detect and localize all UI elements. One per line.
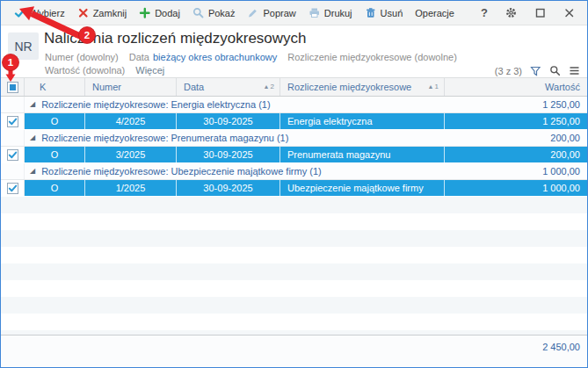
row-checkbox[interactable] bbox=[1, 113, 25, 129]
list-search-icon[interactable] bbox=[549, 65, 561, 76]
filter-wartosc[interactable]: Wartość (dowolna) bbox=[45, 65, 125, 76]
cell-numer: 3/2025 bbox=[85, 147, 177, 162]
column-header-k-label: K bbox=[40, 82, 46, 92]
sort-order-number: 1 bbox=[435, 83, 439, 90]
group-label: Rozliczenie międzyokresowe: Ubezpieczeni… bbox=[41, 166, 322, 177]
group-row-prenumerata[interactable]: ◢ Rozliczenie międzyokresowe: Prenumerat… bbox=[1, 130, 587, 147]
filter-funnel-icon[interactable] bbox=[530, 66, 541, 76]
app-window: Wybierz Zamknij Dodaj Pokaż Popraw Druku… bbox=[0, 0, 588, 368]
column-header-rozliczenie[interactable]: Rozliczenie międzyokresowe ▲1 bbox=[280, 78, 445, 96]
delete-button[interactable]: Usuń bbox=[359, 4, 410, 22]
cell-rozliczenie: Energia elektryczna bbox=[280, 113, 445, 129]
group-value: 1 250,00 bbox=[542, 99, 587, 110]
select-all-checkbox-box bbox=[7, 82, 18, 93]
cell-rozliczenie: Prenumerata magazynu bbox=[280, 147, 445, 162]
edit-button-label: Popraw bbox=[263, 8, 295, 18]
group-value: 1 000,00 bbox=[542, 166, 587, 177]
grid-body: ◢ Rozliczenie międzyokresowe: Energia el… bbox=[1, 97, 587, 197]
menu-icon[interactable] bbox=[569, 65, 580, 76]
filter-data[interactable]: Databieżący okres obrachunkowy bbox=[129, 52, 278, 62]
collapse-icon[interactable]: ◢ bbox=[30, 101, 35, 108]
window-controls: ? bbox=[481, 6, 580, 19]
cell-wartosc: 200,00 bbox=[445, 147, 587, 162]
close-list-button[interactable]: Zamknij bbox=[71, 4, 134, 22]
cell-numer: 4/2025 bbox=[85, 113, 177, 129]
edit-button[interactable]: Popraw bbox=[241, 4, 301, 22]
column-header-numer[interactable]: Numer bbox=[85, 78, 177, 96]
select-button[interactable]: Wybierz bbox=[8, 4, 71, 22]
total-value: 2 450,00 bbox=[542, 342, 580, 352]
cell-k: O bbox=[25, 147, 85, 162]
sort-indicator-rozliczenie: ▲1 bbox=[428, 83, 439, 90]
cell-k: O bbox=[25, 180, 85, 196]
select-button-label: Wybierz bbox=[30, 8, 65, 18]
printer-icon bbox=[309, 7, 320, 18]
checkbox-checked-icon bbox=[7, 116, 18, 127]
group-label: Rozliczenie międzyokresowe: Prenumerata … bbox=[41, 133, 288, 143]
cell-k: O bbox=[25, 113, 85, 129]
column-header-data[interactable]: Data ▲2 bbox=[177, 78, 280, 96]
cell-data: 30-09-2025 bbox=[177, 147, 280, 162]
delete-button-label: Usuń bbox=[381, 8, 403, 18]
filter-data-label: Data bbox=[129, 52, 149, 62]
column-header-data-label: Data bbox=[184, 82, 204, 92]
record-counter: (3 z 3) bbox=[495, 66, 522, 76]
filter-rozliczenie[interactable]: Rozliczenie międzyokresowe (dowolne) bbox=[287, 52, 457, 62]
table-row[interactable]: O 1/2025 30-09-2025 Ubezpieczenie majątk… bbox=[1, 180, 587, 197]
column-header-wartosc-label: Wartość bbox=[545, 82, 580, 92]
filter-data-value[interactable]: bieżący okres obrachunkowy bbox=[153, 52, 277, 62]
column-header-wartosc[interactable]: Wartość bbox=[445, 78, 587, 96]
grid-header: K Numer Data ▲2 Rozliczenie międzyokreso… bbox=[1, 77, 587, 97]
column-header-k[interactable]: K bbox=[25, 78, 85, 96]
cell-rozliczenie: Ubezpieczenie majątkowe firmy bbox=[280, 180, 445, 196]
grid-footer: 2 450,00 bbox=[1, 335, 587, 367]
print-button[interactable]: Drukuj bbox=[302, 4, 359, 22]
list-tools: (3 z 3) bbox=[495, 65, 580, 76]
group-check-cell bbox=[1, 163, 25, 179]
add-button[interactable]: Dodaj bbox=[133, 4, 186, 22]
help-button[interactable]: ? bbox=[481, 6, 488, 19]
print-button-label: Drukuj bbox=[324, 8, 352, 18]
empty-rows-area bbox=[1, 197, 587, 335]
row-checkbox[interactable] bbox=[1, 147, 25, 162]
entity-badge: NR bbox=[8, 32, 39, 60]
table-row[interactable]: O 4/2025 30-09-2025 Energia elektryczna … bbox=[1, 113, 587, 130]
cell-wartosc: 1 250,00 bbox=[445, 113, 587, 129]
trash-icon bbox=[365, 7, 376, 18]
collapse-icon[interactable]: ◢ bbox=[30, 134, 35, 141]
cell-data: 30-09-2025 bbox=[177, 180, 280, 196]
close-window-icon[interactable] bbox=[563, 7, 575, 18]
column-header-rozliczenie-label: Rozliczenie międzyokresowe bbox=[287, 82, 411, 92]
group-row-ubezpieczenie[interactable]: ◢ Rozliczenie międzyokresowe: Ubezpiecze… bbox=[1, 163, 587, 180]
row-checkbox[interactable] bbox=[1, 180, 25, 196]
group-check-cell bbox=[1, 97, 25, 112]
operations-button[interactable]: Operacje bbox=[409, 4, 461, 22]
select-all-checkbox[interactable] bbox=[1, 78, 25, 96]
page-title: Naliczenia rozliczeń międzyokresowych bbox=[44, 30, 307, 47]
checkbox-checked-icon bbox=[7, 149, 18, 161]
show-button[interactable]: Pokaż bbox=[186, 4, 242, 22]
cell-data: 30-09-2025 bbox=[177, 113, 280, 129]
table-row[interactable]: O 3/2025 30-09-2025 Prenumerata magazynu… bbox=[1, 147, 587, 163]
group-check-cell bbox=[1, 130, 25, 146]
filter-numer[interactable]: Numer (dowolny) bbox=[45, 52, 119, 62]
filter-bar-row2: Wartość (dowolna) Więcej bbox=[45, 65, 164, 76]
checkbox-checked-icon bbox=[7, 183, 18, 194]
gear-icon[interactable] bbox=[505, 7, 517, 18]
sort-arrow-icon: ▲ bbox=[428, 83, 434, 90]
cell-wartosc: 1 000,00 bbox=[445, 180, 587, 196]
sort-order-number: 2 bbox=[271, 83, 274, 90]
group-value: 200,00 bbox=[550, 133, 587, 143]
filter-bar-row1: Numer (dowolny) Databieżący okres obrach… bbox=[45, 52, 457, 62]
group-row-energia[interactable]: ◢ Rozliczenie międzyokresowe: Energia el… bbox=[1, 97, 587, 113]
collapse-icon[interactable]: ◢ bbox=[30, 168, 35, 175]
plus-icon bbox=[139, 7, 150, 18]
operations-button-label: Operacje bbox=[415, 8, 454, 18]
add-button-label: Dodaj bbox=[155, 8, 180, 18]
toolbar: Wybierz Zamknij Dodaj Pokaż Popraw Druku… bbox=[1, 1, 587, 25]
filter-more[interactable]: Więcej bbox=[135, 65, 164, 76]
maximize-icon[interactable] bbox=[534, 7, 546, 18]
show-button-label: Pokaż bbox=[208, 8, 236, 18]
cell-numer: 1/2025 bbox=[85, 180, 177, 196]
pencil-icon bbox=[247, 7, 258, 18]
